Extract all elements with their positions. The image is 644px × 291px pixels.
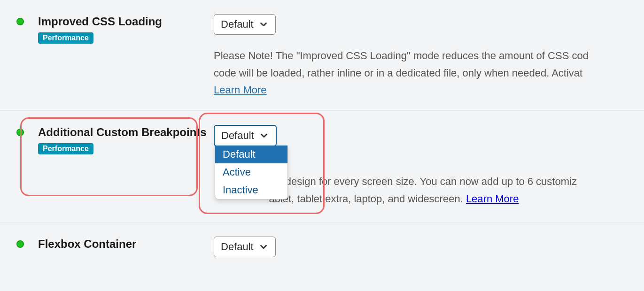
setting-row-breakpoints: Additional Custom Breakpoints Performanc… bbox=[0, 111, 644, 222]
label-block: Flexbox Container bbox=[38, 237, 214, 255]
setting-label-col: Additional Custom Breakpoints Performanc… bbox=[16, 125, 214, 154]
setting-label-col: Improved CSS Loading Performance bbox=[16, 14, 214, 44]
flexbox-select[interactable]: Default bbox=[214, 237, 276, 257]
setting-title: Flexbox Container bbox=[38, 237, 214, 251]
label-block: Additional Custom Breakpoints Performanc… bbox=[38, 125, 214, 154]
desc-line1: Please Note! The "Improved CSS Loading" … bbox=[214, 50, 589, 61]
setting-label-col: Flexbox Container bbox=[16, 237, 214, 255]
setting-title: Additional Custom Breakpoints bbox=[38, 125, 214, 139]
setting-title: Improved CSS Loading bbox=[38, 14, 214, 29]
desc-line2: ablet, tablet extra, laptop, and widescr… bbox=[269, 193, 466, 205]
chevron-down-icon bbox=[258, 19, 269, 30]
status-dot-icon bbox=[16, 240, 24, 248]
label-block: Improved CSS Loading Performance bbox=[38, 14, 214, 44]
learn-more-link[interactable]: Learn More bbox=[466, 193, 519, 205]
setting-control-col: Default bbox=[214, 237, 644, 257]
setting-control-col: Default Default Active Inactive XXXXXXXX… bbox=[214, 125, 644, 208]
breakpoints-select[interactable]: Default Default Active Inactive bbox=[214, 125, 277, 146]
setting-row-flexbox: Flexbox Container Default bbox=[0, 222, 644, 271]
select-value: Default bbox=[221, 130, 254, 142]
select-value: Default bbox=[221, 18, 254, 31]
dropdown-option-inactive[interactable]: Inactive bbox=[215, 181, 287, 199]
breakpoints-dropdown: Default Active Inactive bbox=[215, 146, 288, 199]
select-value: Default bbox=[221, 241, 254, 253]
learn-more-link[interactable]: Learn More bbox=[214, 84, 267, 96]
dropdown-option-active[interactable]: Active bbox=[215, 163, 287, 181]
chevron-down-icon bbox=[259, 130, 269, 141]
css-loading-select[interactable]: Default bbox=[214, 14, 276, 35]
status-dot-icon bbox=[16, 18, 24, 25]
chevron-down-icon bbox=[258, 242, 269, 252]
status-dot-icon bbox=[16, 129, 24, 136]
performance-tag: Performance bbox=[38, 32, 93, 44]
desc-line1: ect design for every screen size. You ca… bbox=[269, 176, 577, 187]
learn-more-line: Learn More bbox=[214, 84, 644, 96]
setting-row-improved-css: Improved CSS Loading Performance Default… bbox=[0, 0, 644, 111]
setting-control-col: Default Please Note! The "Improved CSS L… bbox=[214, 14, 644, 96]
setting-description: Please Note! The "Improved CSS Loading" … bbox=[214, 47, 644, 82]
dropdown-option-default[interactable]: Default bbox=[215, 146, 287, 163]
desc-line2: code will be loaded, rather inline or in… bbox=[214, 67, 582, 79]
performance-tag: Performance bbox=[38, 143, 93, 154]
